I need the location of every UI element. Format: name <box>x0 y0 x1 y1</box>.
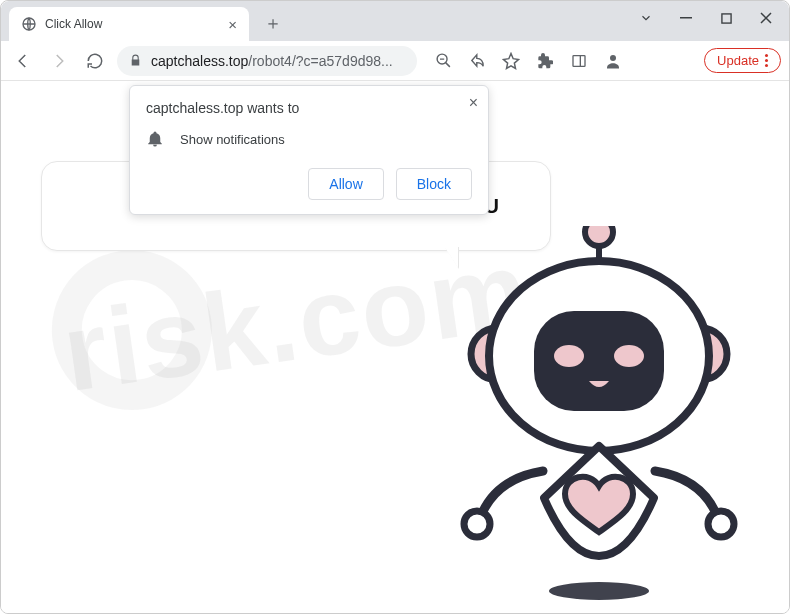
svg-point-15 <box>708 511 734 537</box>
tab-title: Click Allow <box>45 17 228 31</box>
dialog-line: Show notifications <box>180 132 285 147</box>
star-icon[interactable] <box>501 51 521 71</box>
allow-button[interactable]: Allow <box>308 168 383 200</box>
sidepanel-icon[interactable] <box>569 51 589 71</box>
extensions-icon[interactable] <box>535 51 555 71</box>
update-button[interactable]: Update <box>704 48 781 73</box>
toolbar: captchaless.top/robot4/?c=a57d9d98... Up… <box>1 41 789 81</box>
svg-point-12 <box>554 345 584 367</box>
page-content: risk.com CLICK ALLOW TO CONFIRM THAT YOU… <box>1 81 789 614</box>
lock-icon <box>129 54 143 67</box>
svg-point-7 <box>585 226 613 246</box>
chevron-down-icon[interactable] <box>637 9 655 27</box>
dialog-close-icon[interactable]: × <box>469 94 478 112</box>
minimize-icon[interactable] <box>677 9 695 27</box>
zoom-icon[interactable] <box>433 51 453 71</box>
new-tab-button[interactable]: ＋ <box>259 9 287 37</box>
update-label: Update <box>717 53 759 68</box>
block-button[interactable]: Block <box>396 168 472 200</box>
url-text: captchaless.top/robot4/?c=a57d9d98... <box>151 53 405 69</box>
profile-icon[interactable] <box>603 51 623 71</box>
window-controls <box>637 1 789 27</box>
svg-rect-4 <box>573 55 585 66</box>
url-bar[interactable]: captchaless.top/robot4/?c=a57d9d98... <box>117 46 417 76</box>
svg-point-5 <box>610 55 616 61</box>
titlebar: Click Allow × ＋ <box>1 1 789 41</box>
globe-icon <box>21 16 37 32</box>
forward-button[interactable] <box>45 47 73 75</box>
share-icon[interactable] <box>467 51 487 71</box>
svg-point-14 <box>464 511 490 537</box>
svg-rect-2 <box>721 13 730 22</box>
notification-permission-dialog: × captchaless.top wants to Show notifica… <box>129 85 489 215</box>
reload-button[interactable] <box>81 47 109 75</box>
toolbar-icons <box>433 51 623 71</box>
maximize-icon[interactable] <box>717 9 735 27</box>
back-button[interactable] <box>9 47 37 75</box>
robot-shadow <box>549 582 649 600</box>
menu-dots-icon <box>765 54 768 67</box>
tab-close-icon[interactable]: × <box>228 16 237 33</box>
dialog-title: captchaless.top wants to <box>146 100 472 116</box>
browser-tab[interactable]: Click Allow × <box>9 7 249 41</box>
bell-icon <box>146 130 164 148</box>
robot-illustration <box>439 226 749 606</box>
svg-point-13 <box>614 345 644 367</box>
svg-rect-1 <box>680 17 692 19</box>
close-icon[interactable] <box>757 9 775 27</box>
svg-rect-11 <box>534 311 664 411</box>
